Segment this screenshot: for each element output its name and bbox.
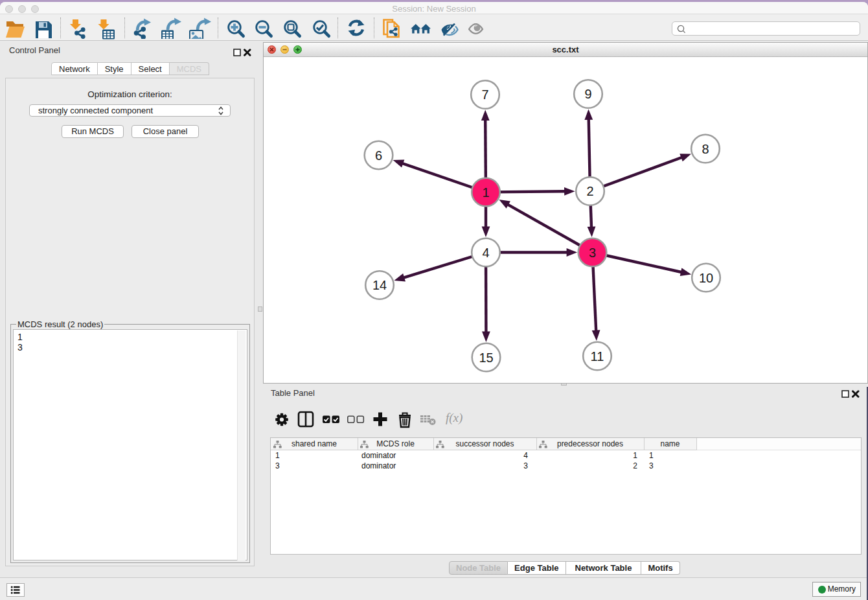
svg-text:1: 1 [482,185,489,200]
svg-text:14: 14 [372,278,387,292]
svg-text:10: 10 [699,271,713,285]
svg-text:4: 4 [482,246,489,260]
svg-text:8: 8 [702,142,709,156]
svg-text:15: 15 [479,351,493,365]
svg-text:9: 9 [584,87,591,101]
svg-text:7: 7 [481,87,488,102]
svg-text:6: 6 [375,148,382,163]
svg-text:2: 2 [586,184,593,198]
svg-text:11: 11 [591,349,604,363]
svg-text:3: 3 [589,246,596,260]
